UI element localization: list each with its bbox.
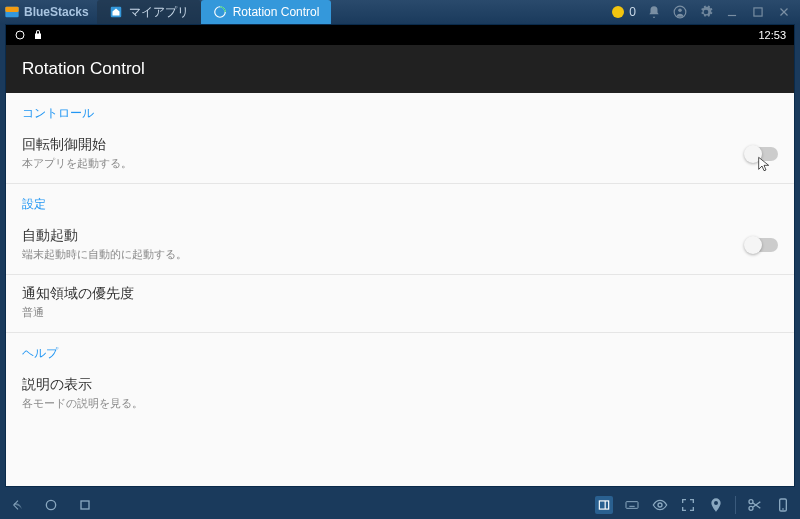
tab-label: マイアプリ	[129, 4, 189, 21]
user-icon[interactable]	[672, 4, 688, 20]
bottom-toolbar	[0, 491, 800, 519]
scissors-icon[interactable]	[746, 496, 764, 514]
android-status-bar: 12:53	[6, 25, 794, 45]
title-bar: BlueStacks マイアプリ Rotation Control 0	[0, 0, 800, 24]
row-title: 回転制御開始	[22, 136, 746, 154]
toggle-autostart[interactable]	[746, 238, 778, 252]
tab-label: Rotation Control	[233, 5, 320, 19]
tab-rotation-control[interactable]: Rotation Control	[201, 0, 332, 24]
bluestacks-icon	[4, 4, 20, 20]
maximize-icon[interactable]	[750, 4, 766, 20]
lock-icon	[32, 29, 44, 41]
svg-point-4	[612, 6, 624, 18]
toggle-rotation-control[interactable]	[746, 147, 778, 161]
coin-count: 0	[629, 5, 636, 19]
separator	[735, 496, 736, 514]
row-autostart[interactable]: 自動起動 端末起動時に自動的に起動する。	[6, 217, 794, 274]
keyboard-icon[interactable]	[623, 496, 641, 514]
row-title: 自動起動	[22, 227, 746, 245]
svg-rect-14	[599, 501, 608, 509]
settings-content: コントロール 回転制御開始 本アプリを起動する。 設定 自動起動 端末起動時に自…	[6, 93, 794, 486]
location-icon[interactable]	[707, 496, 725, 514]
section-settings-header: 設定	[6, 184, 794, 217]
app-title: Rotation Control	[6, 45, 794, 93]
status-time: 12:53	[758, 29, 786, 41]
svg-point-12	[46, 500, 55, 509]
minimize-icon[interactable]	[724, 4, 740, 20]
row-subtitle: 普通	[22, 305, 778, 320]
section-help-header: ヘルプ	[6, 333, 794, 366]
nav-home-icon[interactable]	[42, 496, 60, 514]
phone-icon[interactable]	[774, 496, 792, 514]
svg-point-21	[658, 503, 662, 507]
fullscreen-icon[interactable]	[679, 496, 697, 514]
row-start-rotation-control[interactable]: 回転制御開始 本アプリを起動する。	[6, 126, 794, 183]
row-subtitle: 端末起動時に自動的に起動する。	[22, 247, 746, 262]
row-subtitle: 各モードの説明を見る。	[22, 396, 778, 411]
bell-icon[interactable]	[646, 4, 662, 20]
app-frame: 12:53 Rotation Control コントロール 回転制御開始 本アプ…	[5, 24, 795, 487]
toggle-sidebar-icon[interactable]	[595, 496, 613, 514]
row-subtitle: 本アプリを起動する。	[22, 156, 746, 171]
svg-rect-8	[754, 8, 762, 16]
bluestacks-logo: BlueStacks	[4, 4, 89, 20]
section-control-header: コントロール	[6, 93, 794, 126]
svg-point-11	[16, 31, 24, 39]
eye-icon[interactable]	[651, 496, 669, 514]
rotation-status-icon	[14, 29, 26, 41]
home-icon	[109, 5, 123, 19]
nav-recents-icon[interactable]	[76, 496, 94, 514]
svg-rect-16	[626, 502, 638, 509]
svg-point-6	[678, 9, 682, 13]
svg-point-22	[749, 500, 753, 504]
gear-icon[interactable]	[698, 4, 714, 20]
rotation-app-icon	[213, 5, 227, 19]
brand-text: BlueStacks	[24, 5, 89, 19]
coin-counter[interactable]: 0	[611, 5, 636, 19]
tab-myapps[interactable]: マイアプリ	[97, 0, 201, 24]
row-show-description[interactable]: 説明の表示 各モードの説明を見る。	[6, 366, 794, 423]
row-notification-priority[interactable]: 通知領域の優先度 普通	[6, 275, 794, 332]
nav-back-icon[interactable]	[8, 496, 26, 514]
row-title: 通知領域の優先度	[22, 285, 778, 303]
svg-point-23	[749, 506, 753, 510]
close-icon[interactable]	[776, 4, 792, 20]
row-title: 説明の表示	[22, 376, 778, 394]
tabs: マイアプリ Rotation Control	[97, 0, 332, 24]
svg-rect-1	[5, 7, 18, 12]
title-right: 0	[611, 4, 796, 20]
svg-rect-13	[81, 501, 89, 509]
coin-icon	[611, 5, 625, 19]
